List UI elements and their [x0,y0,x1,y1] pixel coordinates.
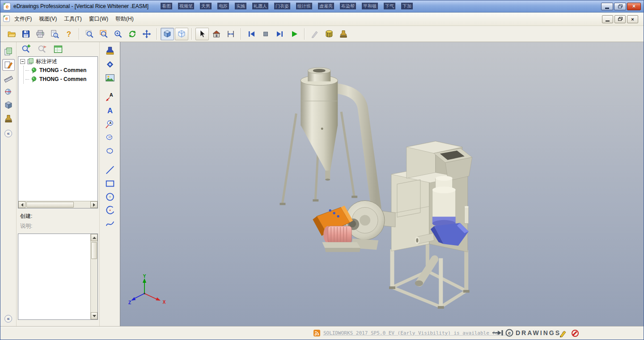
rectangle-tool-button[interactable] [103,177,117,189]
tree-expander[interactable] [20,59,25,64]
news-link[interactable]: SOLIDWORKS 2017 SP5.0 EV (Early Visibili… [314,330,507,336]
tree-root-label: 标注评述 [36,58,57,65]
comment-input[interactable] [18,234,90,319]
open-button[interactable] [5,28,18,40]
print-button[interactable] [34,28,47,40]
next-view-icon [275,30,284,38]
previous-view-button[interactable] [245,28,258,40]
menu-item-file[interactable]: 文件(F) [11,13,35,25]
title-bar: e eDrawings Professional - [Vertical Ric… [0,0,644,13]
comment-row[interactable]: THONG - Commen [24,75,97,84]
markup-tools-strip: A A A [100,42,120,326]
title-artifact: 看图 [161,3,172,9]
measure-tab-button[interactable] [2,72,15,84]
save-markup-button[interactable] [308,28,322,40]
cloud-leader-icon: A [105,119,115,129]
pan-button[interactable] [140,28,153,40]
menu-item-view[interactable]: 视图(V) [35,13,60,25]
markup-tab-button[interactable] [2,59,15,71]
shaded-cube-icon [163,30,172,38]
home-view-button[interactable] [210,28,223,40]
approve-stamp-button[interactable] [103,45,117,57]
insert-image-button[interactable] [103,72,117,84]
stamp-button[interactable] [337,28,350,40]
stamp-tab-button[interactable] [2,113,15,124]
toolbar-separator [79,28,80,40]
minimize-button[interactable] [601,3,613,10]
note-leader-button[interactable]: A [103,91,117,103]
cloud-button[interactable] [103,144,117,157]
comment-vertical-scrollbar[interactable] [90,234,97,319]
close-button[interactable]: × [627,3,641,10]
zoom-fit-button[interactable] [83,28,96,40]
comment-navigate-button[interactable] [37,44,47,55]
scroll-thumb[interactable] [26,202,74,208]
comment-row[interactable]: THONG - Commen [24,66,97,75]
app-window: e eDrawings Professional - [Vertical Ric… [0,0,644,340]
highlighter-icon [105,59,115,70]
sheets-tab-button[interactable] [2,46,15,57]
highlighter-button[interactable] [103,58,117,70]
orientation-triad: Y X Z [127,274,168,311]
scroll-right-button[interactable] [90,201,97,208]
scroll-down-button[interactable] [91,312,97,319]
maximize-button[interactable] [614,3,626,10]
cad-model[interactable] [120,42,644,326]
zoom-area-button[interactable] [97,28,110,40]
svg-text:A: A [107,106,113,115]
collapse-panel-button[interactable]: « [4,315,12,323]
menu-item-window[interactable]: 窗口(W) [85,13,112,25]
cloud-text-button[interactable] [103,131,117,143]
comment-marker-icon [31,67,38,74]
play-button[interactable] [288,28,301,40]
help-button[interactable]: ? [62,28,76,40]
print-preview-button[interactable] [48,28,61,40]
3d-views-tab-button[interactable] [2,99,15,111]
zoom-button[interactable] [111,28,125,40]
text-note-button[interactable]: A [103,104,117,116]
arc-tool-button[interactable] [103,204,117,216]
menu-item-help[interactable]: 帮助(H) [112,13,137,25]
save-markup-icon [310,30,319,38]
scroll-left-button[interactable] [18,201,25,208]
section-tab-button[interactable] [2,86,15,98]
wireframe-view-button[interactable] [175,28,188,40]
next-view-button[interactable] [273,28,287,40]
doc-minimize-button[interactable] [602,15,613,23]
stamp-icon [339,30,348,38]
tree-horizontal-scrollbar[interactable] [18,201,97,208]
save-button[interactable] [19,28,33,40]
left-arrow-icon [21,203,23,207]
zoom-to-comment-button[interactable] [21,44,31,55]
main-toolbar: ? [0,26,644,42]
image-icon [105,72,115,83]
collapse-tabs-button[interactable]: « [4,130,12,137]
doc-restore-button[interactable] [614,15,626,23]
line-tool-button[interactable] [103,164,117,176]
scroll-thumb[interactable] [91,242,97,259]
title-artifact: 虚雇亮 [318,3,334,9]
menu-item-tools[interactable]: 工具(T) [60,13,85,25]
title-artifact: 电苏 [217,3,229,9]
stop-button[interactable] [259,28,272,40]
scroll-up-button[interactable] [91,234,97,241]
cloud-leader-button[interactable]: A [103,118,117,130]
mass-properties-button[interactable] [322,28,336,40]
svg-text:e: e [6,4,9,10]
comment-marker-icon [31,76,38,83]
shaded-view-button[interactable] [161,28,174,40]
doc-close-button[interactable]: × [627,15,638,23]
svg-text:?: ? [67,30,71,38]
select-button[interactable] [195,28,209,40]
measure-button[interactable] [224,28,237,40]
tree-root-row[interactable]: 标注评述 [18,57,97,66]
comment-list-button[interactable] [53,44,64,55]
markup-panel: 标注评述 THONG - Commen THONG - Commen [17,42,100,326]
spline-tool-button[interactable] [103,217,117,230]
cube-icon [4,100,13,110]
rotate-button[interactable] [126,28,139,40]
toolbar-separator [241,28,242,40]
viewport-3d[interactable]: Y X Z [120,42,644,326]
markup-icon [4,60,13,70]
circle-tool-button[interactable] [103,191,117,203]
